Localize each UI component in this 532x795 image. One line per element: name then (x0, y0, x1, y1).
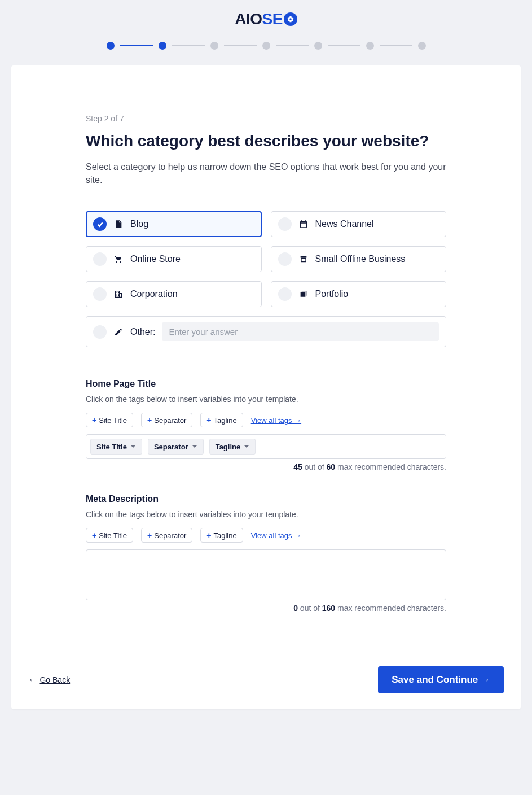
view-all-tags-link[interactable]: View all tags → (251, 531, 301, 540)
step-dot-2 (159, 42, 166, 50)
page-title: Which category best describes your websi… (86, 132, 446, 150)
tag-button-separator[interactable]: +Separator (141, 528, 192, 543)
category-small-offline-business[interactable]: Small Offline Business (271, 246, 447, 272)
category-other-label: Other: (130, 327, 155, 337)
header: AIO SE (0, 0, 532, 34)
doc-icon (113, 220, 124, 229)
plus-icon: + (206, 531, 211, 540)
chip-site-title[interactable]: Site Title (90, 439, 142, 455)
tag-button-site-title[interactable]: +Site Title (86, 528, 133, 543)
category-label: Blog (130, 219, 148, 229)
radio-unchecked-icon (278, 252, 292, 266)
tag-button-tagline[interactable]: +Tagline (200, 528, 243, 543)
step-line-6 (380, 45, 412, 46)
page-subtitle: Select a category to help us narrow down… (86, 160, 446, 186)
category-corporation[interactable]: Corporation (86, 281, 262, 307)
pencil-icon (113, 327, 124, 337)
step-dot-5 (314, 42, 322, 50)
cart-icon (113, 255, 124, 264)
category-online-store[interactable]: Online Store (86, 246, 262, 272)
logo-aio: AIO (235, 10, 262, 28)
logo: AIO SE (235, 10, 297, 28)
radio-unchecked-icon (93, 287, 107, 301)
plus-icon: + (92, 416, 96, 425)
category-label: News Channel (315, 219, 374, 229)
category-other[interactable]: Other: (86, 316, 446, 347)
wizard-card: Step 2 of 7 Which category best describe… (11, 65, 521, 709)
category-label: Corporation (130, 289, 178, 299)
meta-desc-counter: 0 out of 160 max recommended characters. (86, 604, 446, 613)
view-all-tags-link[interactable]: View all tags → (251, 416, 301, 425)
logo-seo: SE (262, 10, 297, 28)
category-label: Portfolio (315, 289, 349, 299)
save-continue-button[interactable]: Save and Continue → (378, 666, 504, 693)
chevron-down-icon (244, 444, 249, 449)
category-blog[interactable]: Blog (86, 211, 262, 237)
radio-checked-icon (93, 217, 107, 231)
chip-separator[interactable]: Separator (148, 439, 204, 455)
chip-tagline[interactable]: Tagline (209, 439, 256, 455)
go-back-link[interactable]: ← Go Back (28, 675, 70, 685)
category-label: Online Store (130, 254, 181, 264)
step-line-4 (276, 45, 309, 46)
tag-button-separator[interactable]: +Separator (141, 413, 192, 427)
plus-icon: + (147, 416, 152, 425)
plus-icon: + (206, 416, 211, 425)
meta-desc-editor[interactable] (86, 549, 446, 600)
step-dot-7 (418, 42, 426, 50)
step-line-1 (120, 45, 153, 46)
category-label: Small Offline Business (315, 254, 406, 264)
step-dot-4 (262, 42, 270, 50)
wizard-stepper (0, 34, 532, 65)
radio-unchecked-icon (93, 252, 107, 266)
plus-icon: + (92, 531, 96, 540)
home-title-desc: Click on the tags below to insert variab… (86, 395, 446, 404)
step-dot-1 (107, 42, 115, 50)
category-grid: Blog News Channel Online Store Small Off… (86, 211, 446, 347)
chevron-down-icon (192, 444, 197, 449)
category-other-input[interactable] (162, 322, 439, 341)
tag-button-site-title[interactable]: +Site Title (86, 413, 133, 427)
home-title-counter: 45 out of 60 max recommended characters. (86, 462, 446, 471)
home-title-tagrow: +Site Title +Separator +Tagline View all… (86, 413, 446, 427)
building-icon (113, 290, 124, 299)
radio-unchecked-icon (93, 325, 107, 339)
step-indicator: Step 2 of 7 (86, 114, 446, 123)
radio-unchecked-icon (278, 217, 292, 231)
step-line-5 (328, 45, 360, 46)
category-news-channel[interactable]: News Channel (271, 211, 447, 237)
home-title-editor[interactable]: Site Title Separator Tagline (86, 434, 446, 459)
plus-icon: + (147, 531, 152, 540)
stack-icon (298, 290, 309, 299)
category-portfolio[interactable]: Portfolio (271, 281, 447, 307)
gear-icon (284, 12, 297, 26)
wizard-footer: ← Go Back Save and Continue → (11, 650, 521, 709)
storefront-icon (298, 255, 309, 264)
tag-button-tagline[interactable]: +Tagline (200, 413, 243, 427)
step-dot-6 (366, 42, 374, 50)
meta-desc-subtext: Click on the tags below to insert variab… (86, 510, 446, 519)
home-title-heading: Home Page Title (86, 379, 446, 389)
chevron-down-icon (130, 444, 136, 449)
step-line-3 (224, 45, 257, 46)
meta-desc-heading: Meta Description (86, 494, 446, 504)
step-dot-3 (210, 42, 218, 50)
calendar-icon (298, 220, 309, 229)
meta-desc-tagrow: +Site Title +Separator +Tagline View all… (86, 528, 446, 543)
step-line-2 (172, 45, 205, 46)
radio-unchecked-icon (278, 287, 292, 301)
